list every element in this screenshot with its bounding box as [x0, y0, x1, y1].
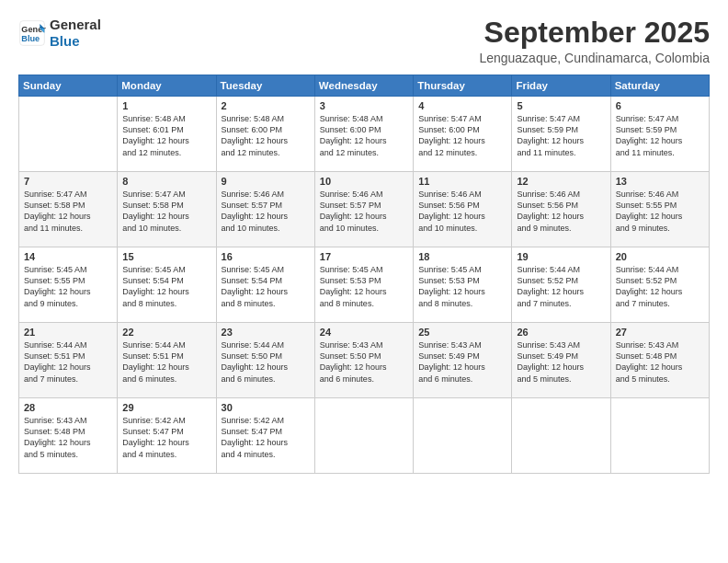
cell-4-7: 27Sunrise: 5:43 AM Sunset: 5:48 PM Dayli…: [610, 323, 709, 398]
week-row-4: 21Sunrise: 5:44 AM Sunset: 5:51 PM Dayli…: [19, 323, 710, 398]
cell-2-3: 9Sunrise: 5:46 AM Sunset: 5:57 PM Daylig…: [216, 172, 314, 247]
day-number: 22: [122, 327, 211, 338]
svg-text:Blue: Blue: [21, 34, 40, 43]
cell-info: Sunrise: 5:43 AM Sunset: 5:48 PM Dayligh…: [616, 339, 705, 385]
title-block: September 2025 Lenguazaque, Cundinamarca…: [479, 17, 710, 65]
cell-3-6: 19Sunrise: 5:44 AM Sunset: 5:52 PM Dayli…: [512, 247, 610, 323]
cell-info: Sunrise: 5:45 AM Sunset: 5:53 PM Dayligh…: [418, 264, 507, 309]
cell-2-5: 11Sunrise: 5:46 AM Sunset: 5:56 PM Dayli…: [414, 172, 512, 247]
week-row-3: 14Sunrise: 5:45 AM Sunset: 5:55 PM Dayli…: [19, 247, 710, 323]
cell-info: Sunrise: 5:45 AM Sunset: 5:54 PM Dayligh…: [222, 264, 311, 309]
week-row-1: 1Sunrise: 5:48 AM Sunset: 6:01 PM Daylig…: [19, 97, 710, 172]
cell-info: Sunrise: 5:44 AM Sunset: 5:50 PM Dayligh…: [222, 339, 311, 385]
day-number: 30: [222, 402, 311, 413]
cell-4-1: 21Sunrise: 5:44 AM Sunset: 5:51 PM Dayli…: [19, 323, 118, 398]
day-number: 15: [122, 251, 211, 262]
col-header-friday: Friday: [512, 75, 610, 97]
cell-info: Sunrise: 5:47 AM Sunset: 6:00 PM Dayligh…: [418, 113, 507, 158]
logo: General Blue General Blue: [18, 17, 101, 50]
cell-info: Sunrise: 5:42 AM Sunset: 5:47 PM Dayligh…: [122, 415, 211, 460]
cell-3-4: 17Sunrise: 5:45 AM Sunset: 5:53 PM Dayli…: [314, 247, 413, 323]
week-row-5: 28Sunrise: 5:43 AM Sunset: 5:48 PM Dayli…: [19, 398, 710, 474]
col-header-thursday: Thursday: [414, 75, 512, 97]
cell-info: Sunrise: 5:44 AM Sunset: 5:51 PM Dayligh…: [24, 339, 113, 385]
logo-general: General: [50, 17, 101, 33]
day-number: 24: [320, 327, 409, 338]
day-number: 2: [222, 100, 311, 111]
cell-2-6: 12Sunrise: 5:46 AM Sunset: 5:56 PM Dayli…: [512, 172, 610, 247]
cell-3-1: 14Sunrise: 5:45 AM Sunset: 5:55 PM Dayli…: [19, 247, 118, 323]
cell-info: Sunrise: 5:43 AM Sunset: 5:50 PM Dayligh…: [320, 339, 409, 385]
cell-info: Sunrise: 5:43 AM Sunset: 5:49 PM Dayligh…: [517, 339, 606, 385]
cell-info: Sunrise: 5:42 AM Sunset: 5:47 PM Dayligh…: [222, 415, 311, 460]
cell-2-2: 8Sunrise: 5:47 AM Sunset: 5:58 PM Daylig…: [118, 172, 216, 247]
cell-1-3: 2Sunrise: 5:48 AM Sunset: 6:00 PM Daylig…: [216, 97, 314, 172]
cell-5-4: [314, 398, 413, 474]
cell-1-7: 6Sunrise: 5:47 AM Sunset: 5:59 PM Daylig…: [610, 97, 709, 172]
day-number: 13: [616, 176, 705, 187]
cell-2-4: 10Sunrise: 5:46 AM Sunset: 5:57 PM Dayli…: [314, 172, 413, 247]
day-number: 16: [222, 251, 311, 262]
day-number: 3: [320, 100, 409, 111]
cell-info: Sunrise: 5:47 AM Sunset: 5:58 PM Dayligh…: [24, 189, 113, 234]
day-number: 1: [122, 100, 211, 111]
cell-info: Sunrise: 5:46 AM Sunset: 5:55 PM Dayligh…: [616, 189, 705, 234]
cell-info: Sunrise: 5:48 AM Sunset: 6:00 PM Dayligh…: [222, 113, 311, 158]
day-number: 29: [122, 402, 211, 413]
cell-4-5: 25Sunrise: 5:43 AM Sunset: 5:49 PM Dayli…: [414, 323, 512, 398]
day-number: 7: [24, 176, 113, 187]
week-row-2: 7Sunrise: 5:47 AM Sunset: 5:58 PM Daylig…: [19, 172, 710, 247]
calendar-table: SundayMondayTuesdayWednesdayThursdayFrid…: [18, 75, 710, 474]
cell-3-3: 16Sunrise: 5:45 AM Sunset: 5:54 PM Dayli…: [216, 247, 314, 323]
day-number: 12: [517, 176, 606, 187]
day-number: 25: [418, 327, 507, 338]
header-row: SundayMondayTuesdayWednesdayThursdayFrid…: [19, 75, 710, 97]
cell-1-5: 4Sunrise: 5:47 AM Sunset: 6:00 PM Daylig…: [414, 97, 512, 172]
cell-info: Sunrise: 5:43 AM Sunset: 5:48 PM Dayligh…: [24, 415, 113, 460]
cell-5-7: [610, 398, 709, 474]
cell-info: Sunrise: 5:46 AM Sunset: 5:57 PM Dayligh…: [222, 189, 311, 234]
cell-4-4: 24Sunrise: 5:43 AM Sunset: 5:50 PM Dayli…: [314, 323, 413, 398]
page: General Blue General Blue September 2025…: [0, 0, 728, 563]
day-number: 28: [24, 402, 113, 413]
day-number: 10: [320, 176, 409, 187]
cell-1-1: [19, 97, 118, 172]
cell-info: Sunrise: 5:48 AM Sunset: 6:00 PM Dayligh…: [320, 113, 409, 158]
day-number: 4: [418, 100, 507, 111]
cell-info: Sunrise: 5:47 AM Sunset: 5:59 PM Dayligh…: [517, 113, 606, 158]
day-number: 20: [616, 251, 705, 262]
cell-3-2: 15Sunrise: 5:45 AM Sunset: 5:54 PM Dayli…: [118, 247, 216, 323]
cell-1-6: 5Sunrise: 5:47 AM Sunset: 5:59 PM Daylig…: [512, 97, 610, 172]
cell-4-3: 23Sunrise: 5:44 AM Sunset: 5:50 PM Dayli…: [216, 323, 314, 398]
day-number: 21: [24, 327, 113, 338]
day-number: 6: [616, 100, 705, 111]
cell-info: Sunrise: 5:44 AM Sunset: 5:52 PM Dayligh…: [616, 264, 705, 309]
cell-3-7: 20Sunrise: 5:44 AM Sunset: 5:52 PM Dayli…: [610, 247, 709, 323]
cell-info: Sunrise: 5:45 AM Sunset: 5:55 PM Dayligh…: [24, 264, 113, 309]
subtitle: Lenguazaque, Cundinamarca, Colombia: [479, 51, 710, 65]
cell-info: Sunrise: 5:43 AM Sunset: 5:49 PM Dayligh…: [418, 339, 507, 385]
cell-info: Sunrise: 5:47 AM Sunset: 5:58 PM Dayligh…: [122, 189, 211, 234]
main-title: September 2025: [479, 17, 710, 49]
day-number: 9: [222, 176, 311, 187]
cell-1-4: 3Sunrise: 5:48 AM Sunset: 6:00 PM Daylig…: [314, 97, 413, 172]
col-header-saturday: Saturday: [610, 75, 709, 97]
cell-5-2: 29Sunrise: 5:42 AM Sunset: 5:47 PM Dayli…: [118, 398, 216, 474]
cell-5-3: 30Sunrise: 5:42 AM Sunset: 5:47 PM Dayli…: [216, 398, 314, 474]
col-header-monday: Monday: [118, 75, 216, 97]
cell-3-5: 18Sunrise: 5:45 AM Sunset: 5:53 PM Dayli…: [414, 247, 512, 323]
cell-info: Sunrise: 5:44 AM Sunset: 5:51 PM Dayligh…: [122, 339, 211, 385]
day-number: 19: [517, 251, 606, 262]
cell-2-7: 13Sunrise: 5:46 AM Sunset: 5:55 PM Dayli…: [610, 172, 709, 247]
col-header-tuesday: Tuesday: [216, 75, 314, 97]
logo-icon: General Blue: [18, 19, 46, 47]
day-number: 5: [517, 100, 606, 111]
col-header-sunday: Sunday: [19, 75, 118, 97]
header: General Blue General Blue September 2025…: [18, 17, 710, 65]
cell-5-6: [512, 398, 610, 474]
logo-blue: Blue: [50, 33, 101, 50]
col-header-wednesday: Wednesday: [314, 75, 413, 97]
day-number: 14: [24, 251, 113, 262]
day-number: 23: [222, 327, 311, 338]
cell-info: Sunrise: 5:45 AM Sunset: 5:53 PM Dayligh…: [320, 264, 409, 309]
